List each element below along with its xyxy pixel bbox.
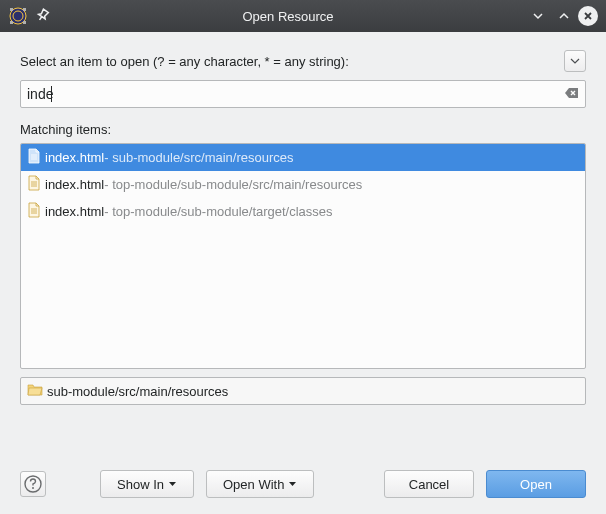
cancel-button[interactable]: Cancel xyxy=(384,470,474,498)
search-text: inde xyxy=(27,86,53,102)
svg-rect-5 xyxy=(23,21,26,24)
button-row: Show In Open With Cancel Open xyxy=(0,470,606,498)
cancel-label: Cancel xyxy=(409,477,449,492)
result-filename: index.html xyxy=(45,150,104,165)
result-row[interactable]: index.html - sub-module/src/main/resourc… xyxy=(21,144,585,171)
open-with-button[interactable]: Open With xyxy=(206,470,314,498)
text-caret xyxy=(51,86,52,102)
svg-rect-4 xyxy=(10,21,13,24)
result-row[interactable]: index.html - top-module/sub-module/src/m… xyxy=(21,171,585,198)
result-path: - top-module/sub-module/target/classes xyxy=(104,204,332,219)
result-path: - top-module/sub-module/src/main/resourc… xyxy=(104,177,362,192)
file-icon xyxy=(27,148,41,167)
open-with-label: Open With xyxy=(223,477,284,492)
search-input-container[interactable]: inde xyxy=(20,80,586,108)
result-filename: index.html xyxy=(45,177,104,192)
folder-icon xyxy=(27,383,43,400)
svg-point-16 xyxy=(32,487,34,489)
matching-items-label: Matching items: xyxy=(20,122,586,137)
chevron-down-icon xyxy=(288,481,297,487)
svg-rect-2 xyxy=(10,8,13,11)
maximize-button[interactable] xyxy=(552,4,576,28)
help-button[interactable] xyxy=(20,471,46,497)
file-icon xyxy=(27,175,41,194)
file-icon xyxy=(27,202,41,221)
open-label: Open xyxy=(520,477,552,492)
close-button[interactable] xyxy=(578,6,598,26)
window-title: Open Resource xyxy=(52,9,524,24)
result-filename: index.html xyxy=(45,204,104,219)
result-row[interactable]: index.html - top-module/sub-module/targe… xyxy=(21,198,585,225)
titlebar: Open Resource xyxy=(0,0,606,32)
prompt-label: Select an item to open (? = any characte… xyxy=(20,54,564,69)
options-dropdown-button[interactable] xyxy=(564,50,586,72)
show-in-label: Show In xyxy=(117,477,164,492)
help-icon xyxy=(24,475,42,493)
selected-path-text: sub-module/src/main/resources xyxy=(47,384,228,399)
results-list[interactable]: index.html - sub-module/src/main/resourc… xyxy=(20,143,586,369)
result-path: - sub-module/src/main/resources xyxy=(104,150,293,165)
selected-path-box: sub-module/src/main/resources xyxy=(20,377,586,405)
pin-icon[interactable] xyxy=(34,6,52,27)
minimize-button[interactable] xyxy=(526,4,550,28)
open-button[interactable]: Open xyxy=(486,470,586,498)
app-icon xyxy=(8,6,28,26)
clear-input-icon[interactable] xyxy=(565,87,579,102)
chevron-down-icon xyxy=(570,58,580,64)
show-in-button[interactable]: Show In xyxy=(100,470,194,498)
chevron-down-icon xyxy=(168,481,177,487)
svg-rect-3 xyxy=(23,8,26,11)
dialog-content: Select an item to open (? = any characte… xyxy=(0,32,606,417)
